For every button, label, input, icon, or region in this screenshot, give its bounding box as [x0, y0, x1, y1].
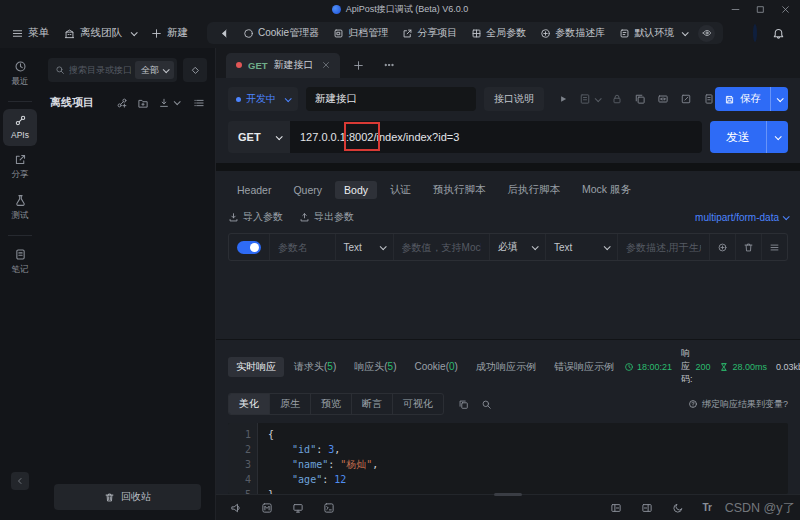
tab-close-button[interactable]	[322, 61, 330, 69]
diamond-icon	[190, 65, 201, 76]
theme-toggle-button[interactable]	[672, 502, 684, 514]
collapse-right-panel-button[interactable]	[641, 502, 653, 514]
view-beautify[interactable]: 美化	[229, 394, 270, 414]
send-options-button[interactable]	[766, 121, 788, 153]
runner-button[interactable]	[292, 502, 304, 514]
copy-icon	[634, 93, 646, 105]
run-button[interactable]	[558, 94, 568, 104]
tab-realtime-response[interactable]: 实时响应	[228, 357, 284, 377]
resize-handle[interactable]	[494, 493, 522, 496]
view-mode-button[interactable]	[193, 97, 205, 109]
share-project-button[interactable]: 分享项目	[395, 26, 464, 40]
response-body-viewer[interactable]: 12345 { "id": 3, "name": "杨灿", "age": 12…	[228, 423, 788, 494]
minimize-button[interactable]	[731, 5, 740, 14]
mock-service-button[interactable]	[261, 502, 273, 514]
search-response-button[interactable]	[481, 399, 492, 410]
tab-success-example[interactable]: 成功响应示例	[468, 357, 544, 377]
view-raw[interactable]: 原生	[270, 394, 311, 414]
archive-manager-button[interactable]: 归档管理	[326, 26, 395, 40]
rail-item-test[interactable]: 测试	[3, 189, 37, 228]
collapse-sidebar-button[interactable]	[11, 472, 29, 490]
tab-header[interactable]: Header	[228, 181, 280, 199]
tab-query[interactable]: Query	[284, 181, 331, 199]
api-doc-button[interactable]: 接口说明	[484, 87, 544, 111]
bind-result-link[interactable]: 绑定响应结果到变量?	[688, 398, 788, 411]
env-visibility-button[interactable]	[698, 25, 715, 42]
param-library-button[interactable]: 参数描述库	[533, 26, 612, 40]
tab-response-headers[interactable]: 响应头(5)	[346, 357, 404, 377]
tab-mock[interactable]: Mock 服务	[573, 180, 640, 200]
param-value-input[interactable]	[402, 242, 481, 253]
tab-pre-script[interactable]: 预执行脚本	[424, 180, 495, 200]
collapse-left-panel-button[interactable]	[610, 502, 622, 514]
main-menu-button[interactable]: 菜单	[12, 26, 49, 40]
param-delete-button[interactable]	[735, 234, 761, 260]
close-button[interactable]	[781, 5, 790, 14]
api-tree[interactable]	[40, 117, 215, 484]
param-required-select[interactable]: 必填	[489, 234, 545, 260]
tab-body[interactable]: Body	[335, 181, 377, 199]
api-name-input[interactable]	[306, 87, 476, 111]
font-size-button[interactable]: Tr	[703, 502, 712, 513]
cookie-manager-button[interactable]: Cookie管理器	[236, 26, 326, 40]
rail-item-recent[interactable]: 最近	[3, 55, 37, 94]
new-api-button[interactable]	[116, 97, 128, 109]
new-tab-button[interactable]	[348, 54, 370, 76]
save-button[interactable]: 保存	[715, 87, 788, 111]
import-button[interactable]	[158, 97, 179, 109]
view-preview[interactable]: 预览	[311, 394, 352, 414]
duplicate-button[interactable]	[634, 93, 646, 105]
main-area: GET 新建接口 开发中 接口说明	[216, 48, 800, 520]
request-tab[interactable]: GET 新建接口	[226, 53, 340, 78]
chevron-down-icon	[379, 243, 386, 250]
status-dot-icon	[236, 97, 241, 102]
param-drag-handle[interactable]	[761, 234, 787, 260]
param-type-select[interactable]: Text	[335, 234, 393, 260]
param-desc-input[interactable]	[626, 242, 701, 253]
report-button[interactable]	[579, 93, 600, 105]
copy-response-button[interactable]	[458, 399, 469, 410]
tab-error-example[interactable]: 错误响应示例	[546, 357, 622, 377]
rail-item-notes[interactable]: 笔记	[3, 243, 37, 282]
search-input[interactable]	[69, 65, 131, 75]
param-enable-toggle[interactable]	[237, 241, 261, 254]
edit-share-button[interactable]	[680, 93, 692, 105]
tab-more-button[interactable]	[378, 54, 400, 76]
maximize-button[interactable]	[756, 5, 765, 14]
tab-request-headers[interactable]: 请求头(5)	[286, 357, 344, 377]
param-value-type-select[interactable]: Text	[545, 234, 617, 260]
user-avatar[interactable]	[753, 24, 757, 42]
team-selector[interactable]: 离线团队	[64, 26, 136, 40]
history-button[interactable]	[703, 93, 715, 105]
method-select[interactable]: GET	[228, 121, 290, 153]
new-button[interactable]: 新建	[151, 26, 188, 40]
view-assert[interactable]: 断言	[352, 394, 393, 414]
global-params-button[interactable]: 全局参数	[464, 26, 533, 40]
view-visualize[interactable]: 可视化	[393, 394, 443, 414]
announcement-button[interactable]	[230, 502, 242, 514]
url-input[interactable]: 127.0.0.1:8002/index/index?id=3	[290, 121, 702, 153]
expand-button[interactable]	[657, 93, 669, 105]
tab-cookies[interactable]: Cookie(0)	[407, 358, 466, 375]
export-params-button[interactable]: 导出参数	[299, 210, 354, 224]
recycle-bin-button[interactable]: 回收站	[54, 484, 201, 510]
env-switch-button[interactable]	[183, 58, 207, 82]
import-params-button[interactable]: 导入参数	[228, 210, 283, 224]
save-options-button[interactable]	[770, 87, 788, 111]
new-folder-button[interactable]	[137, 97, 149, 109]
console-button[interactable]	[323, 502, 335, 514]
tab-auth[interactable]: 认证	[381, 180, 420, 200]
rail-item-share[interactable]: 分享	[3, 148, 37, 187]
tab-post-script[interactable]: 后执行脚本	[498, 180, 569, 200]
default-env-selector[interactable]: 默认环境	[612, 26, 694, 40]
collapse-toolbar-button[interactable]	[213, 29, 236, 38]
search-filter-select[interactable]: 全部	[135, 61, 174, 79]
notifications-button[interactable]	[772, 27, 785, 40]
send-button[interactable]: 发送	[710, 121, 788, 153]
rail-item-apis[interactable]: APIs	[3, 109, 37, 146]
content-type-select[interactable]: multipart/form-data	[695, 212, 788, 223]
param-name-input[interactable]	[278, 242, 327, 253]
api-status-select[interactable]: 开发中	[228, 87, 298, 111]
lock-button[interactable]	[611, 93, 623, 105]
param-more-settings-button[interactable]	[709, 234, 735, 260]
